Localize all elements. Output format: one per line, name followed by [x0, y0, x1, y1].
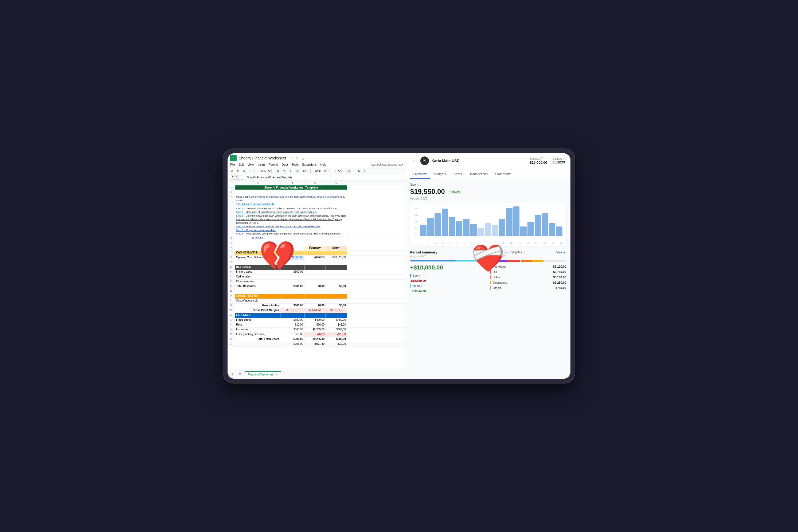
cell-6d-mar: March [326, 246, 347, 250]
budgets-dropdown[interactable]: Budgets ∨ [509, 250, 524, 254]
tab-dropdown-arrow[interactable]: ▼ [276, 373, 278, 376]
spent-item-label: Spent [413, 274, 420, 277]
strikethrough-btn[interactable]: S [357, 169, 361, 173]
x-label-15: 15 [518, 242, 521, 244]
tab-statements[interactable]: Statements [492, 170, 515, 179]
zoom-select[interactable]: 100% [256, 169, 272, 173]
spent-chevron-icon[interactable]: ∨ [420, 183, 421, 186]
decimal00-btn[interactable]: .00 [294, 169, 300, 173]
x-label-13: 13 [501, 242, 504, 244]
row-3-instructions: 3 Make a copy and download this template… [228, 195, 406, 236]
cell-7c [304, 251, 326, 255]
cell-5a [235, 241, 281, 246]
chart-x-labels: 123456781314151617181920 [413, 241, 564, 244]
bold-btn[interactable]: B [346, 169, 351, 173]
opening-cash-b[interactable]: $1 000,00 [281, 255, 304, 260]
formula-separator: | [245, 176, 245, 179]
tab-cards[interactable]: Cards [450, 170, 465, 179]
cell-reference[interactable]: A1:B1 [230, 175, 243, 180]
menu-tools[interactable]: Tools [292, 163, 299, 166]
cell-6b [281, 246, 304, 250]
cell-7d [326, 251, 347, 255]
font-select[interactable]: Arial [313, 169, 327, 173]
cell-4d [326, 236, 347, 241]
font-size-select[interactable]: 14 [332, 169, 342, 173]
decimal0-btn[interactable]: .0 [288, 169, 292, 173]
category-name-others: Others [493, 286, 554, 289]
number-format-btn[interactable]: 123 [302, 169, 308, 173]
x-label-17: 17 [535, 242, 537, 244]
tab-budgets[interactable]: Budgets [431, 170, 449, 179]
row-21-expenses: 21 EXPENSES [228, 313, 406, 318]
toolbar-sep-5 [344, 169, 344, 173]
revenues-cell: REVENUES [235, 265, 281, 270]
row-num-2: 2 [228, 190, 235, 195]
cell-15d [326, 289, 347, 294]
chart-bar-4 [442, 209, 448, 236]
tablet-frame: ≡ Shopify Financial Worksheet ☆ ⛅ △ File… [223, 149, 575, 383]
row-num-3: 3 [228, 195, 235, 236]
error-cell-4[interactable]: #ERROR! [235, 236, 281, 241]
format-painter-btn[interactable]: ✦ [248, 169, 252, 173]
row-num-22: 22 [228, 318, 235, 323]
margins-d: #ERROR! [326, 308, 347, 313]
cell-6c-feb: February [304, 246, 326, 250]
tab-transactions[interactable]: Transactions [466, 170, 491, 179]
category-item-hr: HR $3,750.00 [490, 270, 566, 274]
cell-10d [326, 265, 347, 270]
financial-worksheet-tab[interactable]: Financial Worksheet ▼ [245, 371, 281, 377]
redo-btn[interactable]: ↻ [235, 169, 240, 173]
sheets-menu: File Edit View Insert Format Data Tools … [230, 163, 403, 167]
menu-help[interactable]: Help [320, 163, 326, 166]
period-label: August, 2022 [410, 197, 566, 200]
view-all-link[interactable]: View all [556, 251, 566, 254]
percent-btn[interactable]: % [282, 169, 287, 173]
row-num-18: 18 [228, 304, 235, 308]
menu-file[interactable]: File [230, 163, 235, 166]
menu-extensions[interactable]: Extensions [302, 163, 317, 166]
chart-bar-20 [556, 227, 563, 236]
online-label: Online sales [235, 275, 281, 279]
cell-2b [281, 190, 304, 195]
chart-bar-18 [542, 213, 548, 236]
currency-btn[interactable]: p. [276, 169, 281, 173]
rent-d: $42,00 [326, 323, 347, 327]
spent-header: Spent ∨ [410, 183, 566, 186]
text-color-btn[interactable]: A [363, 169, 367, 173]
tab-overview[interactable]: Overview [410, 170, 430, 179]
row-19-margins: 19 Gross Profit Margins #ERROR! #ERROR! … [228, 308, 406, 313]
sheets-list-btn[interactable]: ≡ [237, 372, 243, 377]
formula-content: Shopify Financial Worksheet Template [247, 176, 292, 179]
add-sheet-btn[interactable]: + [230, 372, 235, 377]
cell-27b: $053,00 [281, 342, 304, 347]
print-btn[interactable]: 🖨 [242, 169, 246, 173]
cell-10c [304, 265, 326, 270]
category-value-marketing: $6,120.00 [553, 265, 566, 268]
back-button[interactable]: ‹ [410, 157, 418, 165]
fees-c: -$6,00 [304, 332, 326, 337]
menu-data[interactable]: Data [282, 163, 288, 166]
menu-edit[interactable]: Edit [239, 163, 244, 166]
spreadsheet-grid[interactable]: A B C D 1 Shopify Financial Worksheet Te… [228, 181, 406, 369]
balance-info-icon[interactable]: i [540, 157, 544, 160]
cell-17d [326, 299, 347, 303]
sheets-toolbar: ↺ ↻ 🖨 ✦ 100% p. % .0 .00 123 Arial [228, 168, 406, 174]
x-label-8: 8 [471, 242, 472, 244]
italic-btn[interactable]: I [353, 169, 356, 173]
title-cell[interactable]: Shopify Financial Worksheet Template [235, 185, 347, 190]
menu-format[interactable]: Format [269, 163, 278, 166]
budget-seg-operations [533, 260, 544, 262]
karta-header: ‹ K Karta Main USD Balance i $10,000.00 [406, 153, 570, 170]
menu-view[interactable]: View [248, 163, 254, 166]
summary-items: Spent -$19,550.00 Income +$29,550.00 [410, 274, 486, 292]
drive-icon[interactable]: △ [301, 156, 305, 160]
star-icon[interactable]: ☆ [289, 156, 293, 160]
menu-insert[interactable]: Insert [258, 163, 265, 166]
cloud-icon[interactable]: ⛅ [295, 156, 299, 160]
row-num-23: 23 [228, 323, 235, 327]
cell-21b [281, 313, 304, 318]
steps-text: Step 1 – Download this template. Go to f… [236, 207, 346, 236]
undo-btn[interactable]: ↺ [230, 169, 234, 173]
col-header-d: D [326, 181, 347, 185]
chart-bar-15 [520, 227, 527, 236]
